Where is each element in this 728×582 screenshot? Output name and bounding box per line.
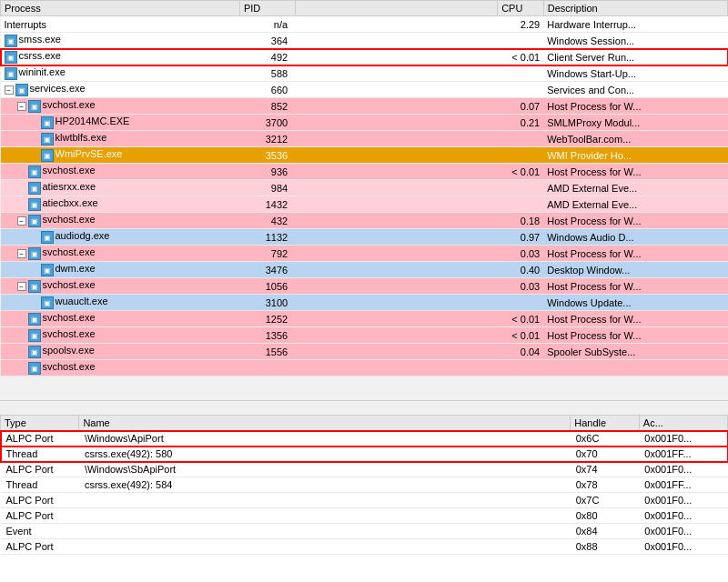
table-row[interactable]: ALPC Port0x7C0x001F0... — [1, 493, 728, 508]
process-empty-cell — [295, 49, 498, 65]
process-icon: ▣ — [41, 296, 54, 309]
handle-value-cell: 0x88 — [571, 539, 640, 555]
process-empty-cell — [295, 213, 498, 229]
col-header-type[interactable]: Type — [1, 416, 79, 431]
process-empty-cell — [295, 311, 498, 327]
table-row[interactable]: ▣spoolsv.exe15560.04Spooler SubSyste... — [1, 344, 728, 360]
table-row[interactable]: Threadcsrss.exe(492): 5840x780x001FF... — [1, 477, 728, 493]
handle-table: Type Name Handle Ac... ALPC Port\Windows… — [0, 415, 728, 555]
handle-type-cell: ALPC Port — [1, 462, 79, 477]
process-cpu-cell — [498, 131, 544, 147]
process-name-text: svchost.exe — [43, 99, 96, 110]
handle-acc-cell: 0x001F0... — [639, 508, 727, 524]
process-cpu-cell — [498, 180, 544, 196]
process-pid-cell — [239, 360, 295, 376]
process-cpu-cell: < 0.01 — [498, 49, 544, 65]
process-cpu-cell: 0.97 — [498, 229, 544, 246]
table-row[interactable]: −▣svchost.exe10560.03Host Process for W.… — [1, 278, 728, 295]
table-row[interactable]: ▣svchost.exe1356< 0.01Host Process for W… — [1, 327, 728, 344]
table-row[interactable]: ▣csrss.exe492< 0.01Client Server Run... — [1, 49, 728, 65]
process-empty-cell — [295, 16, 498, 33]
process-empty-cell — [295, 65, 498, 82]
table-row[interactable]: ▣atiesrxx.exe984AMD External Eve... — [1, 180, 728, 196]
expand-icon[interactable]: − — [5, 85, 14, 95]
table-row[interactable]: Interruptsn/a2.29Hardware Interrup... — [1, 16, 728, 33]
process-cpu-cell: 0.40 — [498, 262, 544, 278]
table-row[interactable]: ▣WmiPrvSE.exe3536WMI Provider Ho... — [1, 147, 728, 164]
process-name-cell: ▣svchost.exe — [1, 164, 240, 180]
table-row[interactable]: ▣dwm.exe34760.40Desktop Window... — [1, 262, 728, 278]
table-row[interactable]: ▣atiecbxx.exe1432AMD External Eve... — [1, 196, 728, 213]
process-desc-cell: Windows Audio D... — [543, 229, 727, 246]
table-row[interactable]: ▣wuauclt.exe3100Windows Update... — [1, 295, 728, 311]
table-row[interactable]: ALPC Port0x880x001F0... — [1, 539, 728, 555]
process-name-text: dwm.exe — [56, 263, 96, 274]
process-empty-cell — [295, 278, 498, 295]
handle-acc-cell: 0x001F0... — [639, 539, 727, 555]
process-name-text: atiecbxx.exe — [43, 197, 98, 208]
process-pid-cell: 660 — [239, 82, 295, 98]
process-name-text: csrss.exe — [19, 50, 61, 61]
process-desc-cell: Host Process for W... — [543, 98, 727, 115]
process-cpu-cell — [498, 295, 544, 311]
col-header-desc[interactable]: Description — [543, 1, 727, 16]
process-desc-cell: Host Process for W... — [543, 327, 727, 344]
table-row[interactable]: Threadcsrss.exe(492): 5800x700x001FF... — [1, 447, 728, 462]
process-cpu-cell: 0.18 — [498, 213, 544, 229]
process-pid-cell: 3536 — [239, 147, 295, 164]
process-cpu-cell: 0.03 — [498, 246, 544, 262]
process-pid-cell: 492 — [239, 49, 295, 65]
table-row[interactable]: ▣audiodg.exe11320.97Windows Audio D... — [1, 229, 728, 246]
table-row[interactable]: ALPC Port\Windows\SbApiPort0x740x001F0..… — [1, 462, 728, 477]
handle-type-cell: ALPC Port — [1, 431, 79, 447]
col-header-handle[interactable]: Handle — [571, 416, 640, 431]
expand-icon[interactable]: − — [17, 102, 26, 111]
table-row[interactable]: ▣klwtblfs.exe3212WebToolBar.com... — [1, 131, 728, 147]
table-row[interactable]: ▣wininit.exe588Windows Start-Up... — [1, 65, 728, 82]
process-cpu-cell: 0.04 — [498, 344, 544, 360]
process-desc-cell — [543, 360, 727, 376]
process-empty-cell — [295, 180, 498, 196]
table-row[interactable]: −▣services.exe660Services and Con... — [1, 82, 728, 98]
process-pid-cell: 3212 — [239, 131, 295, 147]
process-cpu-cell: 0.07 — [498, 98, 544, 115]
process-desc-cell: Windows Start-Up... — [543, 65, 727, 82]
table-row[interactable]: ▣HP2014MC.EXE37000.21SMLMProxy Modul... — [1, 115, 728, 131]
table-row[interactable]: −▣svchost.exe8520.07Host Process for W..… — [1, 98, 728, 115]
process-icon: ▣ — [28, 313, 41, 326]
table-row[interactable]: ▣svchost.exe — [1, 360, 728, 376]
process-desc-cell: WebToolBar.com... — [543, 131, 727, 147]
process-name-cell: −▣svchost.exe — [1, 213, 240, 229]
process-empty-cell — [295, 229, 498, 246]
expand-icon[interactable]: − — [17, 249, 26, 258]
process-empty-cell — [295, 131, 498, 147]
process-desc-cell: AMD External Eve... — [543, 180, 727, 196]
col-header-process[interactable]: Process — [1, 1, 240, 16]
table-row[interactable]: ▣svchost.exe1252< 0.01Host Process for W… — [1, 311, 728, 327]
process-name-cell: ▣klwtblfs.exe — [1, 131, 240, 147]
table-row[interactable]: −▣svchost.exe4320.18Host Process for W..… — [1, 213, 728, 229]
process-name-text: audiodg.exe — [56, 230, 110, 241]
process-icon: ▣ — [28, 362, 41, 375]
col-header-name[interactable]: Name — [79, 416, 571, 431]
process-panel[interactable]: Process PID CPU Description Interruptsn/… — [0, 0, 728, 400]
table-row[interactable]: ALPC Port\Windows\ApiPort0x6C0x001F0... — [1, 431, 728, 447]
process-desc-cell: Desktop Window... — [543, 262, 727, 278]
process-desc-cell: Services and Con... — [543, 82, 727, 98]
process-name-text: wininit.exe — [19, 66, 66, 77]
col-header-acc[interactable]: Ac... — [639, 416, 727, 431]
col-header-pid[interactable]: PID — [239, 1, 295, 16]
col-header-cpu[interactable]: CPU — [498, 1, 544, 16]
table-row[interactable]: ▣svchost.exe936< 0.01Host Process for W.… — [1, 164, 728, 180]
expand-icon[interactable]: − — [17, 282, 26, 291]
expand-icon[interactable]: − — [17, 216, 26, 226]
process-cpu-cell: < 0.01 — [498, 164, 544, 180]
table-row[interactable]: −▣svchost.exe7920.03Host Process for W..… — [1, 246, 728, 262]
table-row[interactable]: ▣smss.exe364Windows Session... — [1, 33, 728, 49]
handle-panel: Type Name Handle Ac... ALPC Port\Windows… — [0, 415, 728, 582]
table-row[interactable]: ALPC Port0x800x001F0... — [1, 508, 728, 524]
process-icon: ▣ — [28, 166, 41, 178]
table-row[interactable]: Event0x840x001F0... — [1, 524, 728, 539]
process-empty-cell — [295, 360, 498, 376]
process-hscrollbar[interactable] — [0, 400, 728, 415]
